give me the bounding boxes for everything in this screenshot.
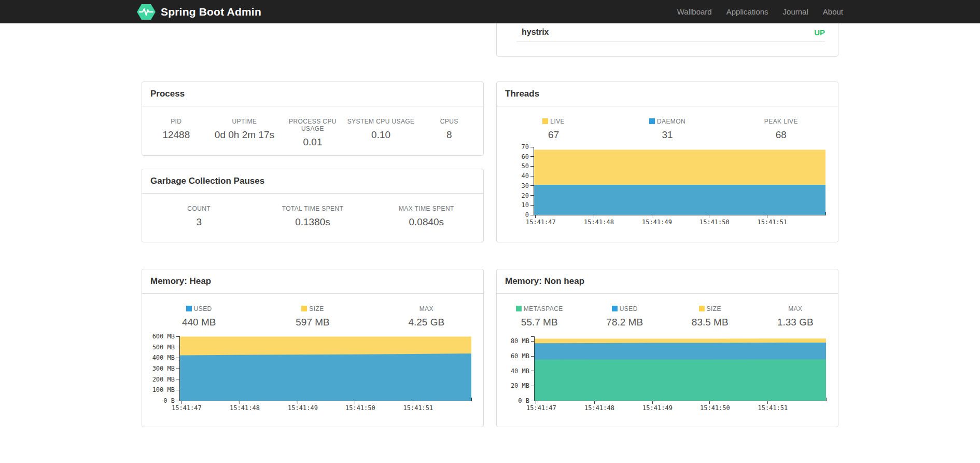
application-status-badge: UP: [814, 28, 825, 37]
stat-pid: PID12488: [142, 118, 211, 148]
axis-tick-label: 40 MB: [511, 367, 529, 375]
main-content: Process PID12488UPTIME0d 0h 2m 17sPROCES…: [142, 23, 838, 427]
nonheap-area-size: [534, 338, 826, 401]
top-navbar: Spring Boot Admin WallboardApplicationsJ…: [0, 0, 980, 23]
process-panel-title: Process: [150, 89, 185, 99]
axis-tick-label: 70: [522, 143, 529, 151]
stat-label-used: USED: [142, 305, 256, 312]
nav-item-about[interactable]: About: [816, 0, 843, 23]
navbar-inner: Spring Boot Admin WallboardApplicationsJ…: [137, 0, 843, 23]
stat-uptime: UPTIME0d 0h 2m 17s: [211, 118, 279, 148]
axis-tick-label: 600 MB: [152, 333, 175, 340]
stat-used: USED78.2 MB: [582, 305, 668, 328]
axis-tick-label: 15:41:48: [230, 404, 260, 412]
stat-label-size: SIZE: [667, 305, 753, 312]
stat-value-live: 67: [497, 129, 610, 141]
stat-value-used: 440 MB: [142, 317, 256, 328]
axis-tick-label: 15:41:51: [758, 219, 788, 226]
stat-label-live: LIVE: [497, 118, 610, 125]
stat-label-system-cpu-usage: SYSTEM CPU USAGE: [347, 118, 415, 125]
process-stats: PID12488UPTIME0d 0h 2m 17sPROCESS CPU US…: [142, 118, 483, 148]
axis-tick-label: 300 MB: [152, 365, 175, 372]
stat-used: USED440 MB: [142, 305, 256, 328]
stat-max: MAX4.25 GB: [370, 305, 483, 328]
stat-value-cpus: 8: [415, 129, 483, 141]
memory-nonheap-panel: Memory: Non heap METASPACE55.7 MBUSED78.…: [496, 269, 838, 427]
stat-size: SIZE83.5 MB: [667, 305, 753, 328]
threads-panel-heading: Threads: [497, 82, 838, 106]
brand-link[interactable]: Spring Boot Admin: [137, 4, 261, 20]
nav-item-applications[interactable]: Applications: [719, 0, 776, 23]
axis-tick-label: 15:41:48: [584, 219, 614, 226]
stat-label-pid: PID: [142, 118, 211, 125]
legend-swatch-icon: [649, 118, 655, 124]
axis-tick-label: 0: [525, 211, 529, 219]
stat-value-process-cpu-usage: 0.01: [278, 137, 347, 148]
stat-label-daemon: DAEMON: [610, 118, 724, 125]
axis-tick-label: 15:41:48: [584, 404, 614, 412]
stat-daemon: DAEMON31: [610, 118, 724, 141]
application-name-link[interactable]: hystrix: [522, 28, 549, 37]
stat-max-time-spent: MAX TIME SPENT0.0840s: [370, 205, 483, 228]
stat-value-pid: 12488: [142, 129, 211, 141]
stat-label-used: USED: [582, 305, 668, 312]
gc-panel-heading: Garbage Collection Pauses: [142, 169, 483, 194]
brand-title: Spring Boot Admin: [161, 6, 261, 18]
stat-label-size: SIZE: [256, 305, 369, 312]
axis-tick-label: 80 MB: [511, 337, 529, 345]
gc-pauses-panel: Garbage Collection Pauses COUNT3TOTAL TI…: [142, 169, 484, 242]
stat-system-cpu-usage: SYSTEM CPU USAGE0.10: [347, 118, 415, 148]
process-panel-heading: Process: [142, 82, 483, 106]
axis-tick-label: 60 MB: [511, 352, 529, 360]
stat-label-process-cpu-usage: PROCESS CPU USAGE: [278, 118, 347, 132]
stat-label-count: COUNT: [142, 205, 256, 212]
stat-value-daemon: 31: [610, 129, 724, 141]
axis-tick-label: 50: [522, 162, 529, 170]
axis-tick-label: 0 B: [163, 397, 175, 404]
stat-value-metaspace: 55.7 MB: [497, 317, 582, 328]
stat-label-metaspace: METASPACE: [497, 305, 582, 312]
stat-label-uptime: UPTIME: [211, 118, 279, 125]
nonheap-panel-title: Memory: Non heap: [505, 276, 584, 286]
stat-label-max-time-spent: MAX TIME SPENT: [370, 205, 483, 212]
axis-tick-label: 20: [522, 192, 529, 199]
legend-swatch-icon: [699, 306, 705, 311]
stat-value-max-time-spent: 0.0840s: [370, 216, 483, 228]
stat-value-total-time-spent: 0.1380s: [256, 216, 369, 228]
right-column: hystrix UP Threads LIVE67DAEMON31PEAK LI…: [496, 23, 838, 427]
nav-item-journal[interactable]: Journal: [776, 0, 816, 23]
stat-count: COUNT3: [142, 205, 256, 228]
threads-panel-title: Threads: [505, 89, 539, 99]
stat-process-cpu-usage: PROCESS CPU USAGE0.01: [278, 118, 347, 148]
axis-tick-label: 15:41:47: [526, 219, 556, 226]
axis-tick-label: 15:41:49: [642, 404, 673, 412]
stat-live: LIVE67: [497, 118, 610, 141]
axis-tick-label: 30: [522, 182, 529, 189]
axis-tick-label: 15:41:51: [403, 404, 433, 412]
stat-max: MAX1.33 GB: [753, 305, 838, 328]
legend-swatch-icon: [612, 306, 618, 311]
process-panel: Process PID12488UPTIME0d 0h 2m 17sPROCES…: [142, 81, 484, 156]
memory-heap-panel: Memory: Heap USED440 MBSIZE597 MBMAX4.25…: [142, 269, 484, 427]
legend-swatch-icon: [186, 306, 192, 311]
nonheap-stats: METASPACE55.7 MBUSED78.2 MBSIZE83.5 MBMA…: [497, 305, 838, 328]
stat-value-peak-live: 68: [724, 129, 838, 141]
stat-value-max: 4.25 GB: [370, 317, 483, 328]
axis-tick-label: 100 MB: [152, 386, 175, 393]
heap-panel-heading: Memory: Heap: [142, 269, 483, 294]
axis-tick-label: 15:41:50: [700, 404, 730, 412]
stat-total-time-spent: TOTAL TIME SPENT0.1380s: [256, 205, 369, 228]
threads-area-live: [534, 150, 825, 215]
navbar-links: WallboardApplicationsJournalAbout: [670, 0, 843, 23]
nonheap-area-metaspace: [534, 359, 826, 401]
nonheap-area-used: [534, 343, 826, 401]
stat-value-uptime: 0d 0h 2m 17s: [211, 129, 279, 141]
heap-area-used: [179, 353, 471, 401]
axis-tick-label: 15:41:47: [526, 404, 556, 412]
gc-stats: COUNT3TOTAL TIME SPENT0.1380sMAX TIME SP…: [142, 205, 483, 228]
stat-label-max: MAX: [753, 305, 838, 312]
axis-tick-label: 200 MB: [152, 376, 175, 383]
legend-swatch-icon: [516, 306, 522, 311]
axis-tick-label: 20 MB: [511, 382, 529, 389]
nav-item-wallboard[interactable]: Wallboard: [670, 0, 719, 23]
